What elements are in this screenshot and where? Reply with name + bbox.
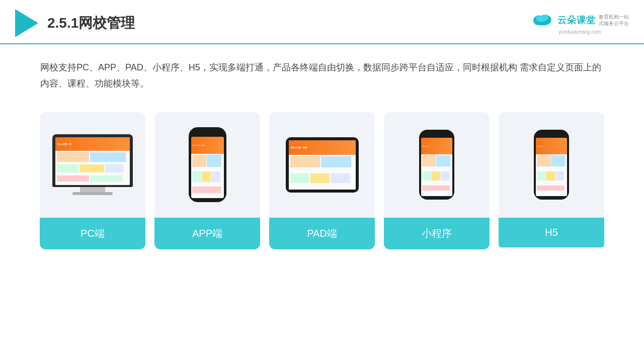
phone-mockup-h5: 职场人的 xyxy=(534,130,569,200)
card-h5-label: H5 xyxy=(499,218,604,247)
pad-outer: 职场人的第一堂课 xyxy=(286,137,359,193)
pc-mockup: 职场人的第一堂 xyxy=(52,134,133,195)
card-app-label: APP端 xyxy=(154,218,260,249)
card-h5-image: 职场人的 xyxy=(499,112,604,218)
card-miniprogram: 职场人的 小程序 xyxy=(384,112,490,249)
phone-outer-app: 职场人的第一堂课 xyxy=(189,127,226,202)
card-pc: 职场人的第一堂 xyxy=(40,112,145,249)
pc-screen-outer: 职场人的第一堂 xyxy=(52,134,133,187)
header-right: 云朵课堂 教育机构一站 式服务云平台 yunduoketang.com xyxy=(530,12,629,35)
brand-logo: 云朵课堂 教育机构一站 式服务云平台 xyxy=(530,12,629,28)
mini-phone-outer-h5: 职场人的 xyxy=(534,130,569,200)
cloud-icon xyxy=(530,12,554,28)
cards-container: 职场人的第一堂 xyxy=(0,97,644,264)
phone-mockup-mini: 职场人的 xyxy=(419,130,454,200)
card-miniprogram-label: 小程序 xyxy=(384,218,490,249)
pad-mockup: 职场人的第一堂课 xyxy=(286,137,359,193)
mini-phone-notch-h5 xyxy=(546,133,556,136)
card-app-image: 职场人的第一堂课 xyxy=(154,112,260,218)
logo-triangle-icon xyxy=(15,9,38,37)
card-pc-image: 职场人的第一堂 xyxy=(40,112,145,218)
pc-stand xyxy=(80,187,105,192)
brand-subtitle: 教育机构一站 式服务云平台 xyxy=(599,14,629,27)
card-pad-image: 职场人的第一堂课 xyxy=(269,112,375,218)
card-pad: 职场人的第一堂课 PAD端 xyxy=(269,112,375,249)
description-text: 网校支持PC、APP、PAD、小程序、H5，实现多端打通，产品各终端自由切换，数… xyxy=(0,44,644,97)
mini-phone-screen-h5: 职场人的 xyxy=(536,138,567,196)
pad-screen: 职场人的第一堂课 xyxy=(289,140,356,190)
svg-point-8 xyxy=(537,16,545,22)
pc-base xyxy=(72,192,113,195)
page-title: 2.5.1网校管理 xyxy=(47,14,135,33)
header-left: 2.5.1网校管理 xyxy=(15,9,135,37)
description-content: 网校支持PC、APP、PAD、小程序、H5，实现多端打通，产品各终端自由切换，数… xyxy=(40,62,601,88)
phone-screen-app: 职场人的第一堂课 xyxy=(191,137,224,198)
card-app: 职场人的第一堂课 APP端 xyxy=(154,112,260,249)
card-pc-label: PC端 xyxy=(40,218,145,249)
mini-phone-outer: 职场人的 xyxy=(419,130,454,200)
brand-url: yunduoketang.com xyxy=(558,29,601,35)
brand-name: 云朵课堂 xyxy=(557,14,596,26)
mini-phone-notch xyxy=(432,133,442,136)
card-h5: 职场人的 H5 xyxy=(499,112,604,249)
pc-screen-inner: 职场人的第一堂 xyxy=(55,137,130,185)
header: 2.5.1网校管理 云朵课堂 教育机构一站 式服务云平台 yunduoketan… xyxy=(0,0,644,44)
mini-phone-screen-mini: 职场人的 xyxy=(421,138,452,196)
card-miniprogram-image: 职场人的 xyxy=(384,112,490,218)
card-pad-label: PAD端 xyxy=(269,218,375,249)
phone-notch-app xyxy=(201,131,213,135)
phone-mockup-app: 职场人的第一堂课 xyxy=(189,127,226,202)
